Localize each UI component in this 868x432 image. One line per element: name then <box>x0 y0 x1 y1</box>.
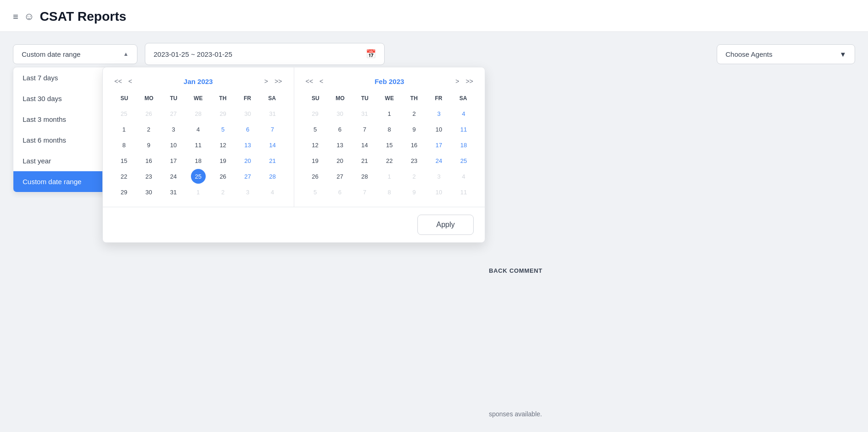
jan-day-6[interactable]: 6 <box>240 122 255 137</box>
feb-day-27[interactable]: 27 <box>333 169 347 184</box>
feb-day-14[interactable]: 14 <box>357 138 372 152</box>
feb-day-11-next: 11 <box>456 185 471 199</box>
jan-grid: SU MO TU WE TH FR SA 25 26 27 28 <box>112 93 285 199</box>
feb-days-grid: 29 30 31 1 2 3 4 5 6 7 8 9 10 1 <box>303 106 476 199</box>
feb-day-3[interactable]: 3 <box>432 106 446 121</box>
jan-next-btn[interactable]: > <box>262 77 270 86</box>
jan-day-30[interactable]: 30 <box>141 185 156 199</box>
chevron-up-icon: ▲ <box>123 51 129 57</box>
feb-day-11[interactable]: 11 <box>456 122 471 137</box>
jan-day-28[interactable]: 28 <box>265 169 280 184</box>
feb-day-9-next: 9 <box>407 185 422 199</box>
jan-day-9[interactable]: 9 <box>141 138 156 152</box>
jan-day-1-next: 1 <box>191 185 206 199</box>
jan-day-22[interactable]: 22 <box>117 169 131 184</box>
feb-day-10[interactable]: 10 <box>432 122 446 137</box>
calendar-footer: Apply <box>103 207 485 242</box>
calendar-jan: << < Jan 2023 > >> SU MO TU WE <box>103 67 294 207</box>
jan-day-26[interactable]: 26 <box>215 169 230 184</box>
feb-prev-btn[interactable]: < <box>317 77 326 86</box>
feb-day-8[interactable]: 8 <box>382 122 397 137</box>
feb-dh-fr: FR <box>426 93 451 103</box>
jan-day-25-selected[interactable]: 25 <box>191 169 206 184</box>
agents-dropdown[interactable]: Choose Agents ▼ <box>717 44 855 64</box>
feb-day-4-next: 4 <box>456 169 471 184</box>
apply-button[interactable]: Apply <box>417 215 474 235</box>
feb-day-12[interactable]: 12 <box>308 138 322 152</box>
feb-prev-prev-btn[interactable]: << <box>303 77 315 86</box>
jan-day-12[interactable]: 12 <box>215 138 230 152</box>
jan-day-5[interactable]: 5 <box>215 122 230 137</box>
jan-prev-btn[interactable]: < <box>126 77 134 86</box>
filters-row: Custom date range ▲ 2023-01-25 ~ 2023-01… <box>13 43 855 65</box>
jan-day-3[interactable]: 3 <box>166 122 181 137</box>
jan-day-15[interactable]: 15 <box>117 153 131 168</box>
date-value: 2023-01-25 ~ 2023-01-25 <box>154 50 232 58</box>
feb-dh-su: SU <box>303 93 328 103</box>
feb-day-18[interactable]: 18 <box>456 138 471 152</box>
feb-dh-tu: TU <box>352 93 377 103</box>
menu-icon[interactable]: ≡ <box>13 12 18 22</box>
jan-day-11[interactable]: 11 <box>191 138 206 152</box>
feb-day-28[interactable]: 28 <box>357 169 372 184</box>
jan-day-31[interactable]: 31 <box>166 185 181 199</box>
feb-day-15[interactable]: 15 <box>382 138 397 152</box>
jan-day-2[interactable]: 2 <box>141 122 156 137</box>
jan-day-14[interactable]: 14 <box>265 138 280 152</box>
jan-prev-prev-btn[interactable]: << <box>112 77 124 86</box>
date-range-dropdown[interactable]: Custom date range ▲ <box>13 44 137 64</box>
smiley-icon: ☺ <box>24 11 34 23</box>
feb-grid: SU MO TU WE TH FR SA 29 30 31 1 2 <box>303 93 476 199</box>
feb-day-22[interactable]: 22 <box>382 153 397 168</box>
date-range-label: Custom date range <box>22 50 81 58</box>
feb-day-24[interactable]: 24 <box>432 153 446 168</box>
feb-day-4[interactable]: 4 <box>456 106 471 121</box>
feb-day-1[interactable]: 1 <box>382 106 397 121</box>
jan-day-16[interactable]: 16 <box>141 153 156 168</box>
jan-day-4[interactable]: 4 <box>191 122 206 137</box>
jan-day-19[interactable]: 19 <box>215 153 230 168</box>
feb-day-26[interactable]: 26 <box>308 169 322 184</box>
back-comment-label: BACK COMMENT <box>489 267 542 274</box>
feb-day-6[interactable]: 6 <box>333 122 347 137</box>
jan-day-1[interactable]: 1 <box>117 122 131 137</box>
feb-day-21[interactable]: 21 <box>357 153 372 168</box>
feb-day-7[interactable]: 7 <box>357 122 372 137</box>
jan-day-10[interactable]: 10 <box>166 138 181 152</box>
jan-day-8[interactable]: 8 <box>117 138 131 152</box>
jan-day-18[interactable]: 18 <box>191 153 206 168</box>
feb-day-25[interactable]: 25 <box>456 153 471 168</box>
feb-next-btn[interactable]: > <box>453 77 461 86</box>
agents-label: Choose Agents <box>725 50 773 58</box>
jan-day-27[interactable]: 27 <box>240 169 255 184</box>
feb-day-16[interactable]: 16 <box>407 138 422 152</box>
jan-day-13[interactable]: 13 <box>240 138 255 152</box>
jan-day-27-prev: 27 <box>166 106 181 121</box>
jan-day-17[interactable]: 17 <box>166 153 181 168</box>
feb-day-2[interactable]: 2 <box>407 106 422 121</box>
feb-day-5-next: 5 <box>308 185 322 199</box>
feb-dh-we: WE <box>377 93 402 103</box>
feb-day-13[interactable]: 13 <box>333 138 347 152</box>
jan-day-21[interactable]: 21 <box>265 153 280 168</box>
jan-header: << < Jan 2023 > >> <box>112 77 285 86</box>
jan-next-next-btn[interactable]: >> <box>272 77 284 86</box>
jan-day-23[interactable]: 23 <box>141 169 156 184</box>
feb-day-5[interactable]: 5 <box>308 122 322 137</box>
jan-day-31-prev: 31 <box>265 106 280 121</box>
feb-day-19[interactable]: 19 <box>308 153 322 168</box>
jan-day-20[interactable]: 20 <box>240 153 255 168</box>
jan-day-7[interactable]: 7 <box>265 122 280 137</box>
date-input-field[interactable]: 2023-01-25 ~ 2023-01-25 📅 <box>145 43 385 65</box>
jan-day-29[interactable]: 29 <box>117 185 131 199</box>
feb-day-9[interactable]: 9 <box>407 122 422 137</box>
jan-day-3-next: 3 <box>240 185 255 199</box>
feb-day-23[interactable]: 23 <box>407 153 422 168</box>
feb-day-20[interactable]: 20 <box>333 153 347 168</box>
feb-next-next-btn[interactable]: >> <box>464 77 476 86</box>
feb-day-2-next: 2 <box>407 169 422 184</box>
feb-dh-sa: SA <box>451 93 476 103</box>
jan-day-24[interactable]: 24 <box>166 169 181 184</box>
feb-day-17[interactable]: 17 <box>432 138 446 152</box>
jan-day-25-prev: 25 <box>117 106 131 121</box>
